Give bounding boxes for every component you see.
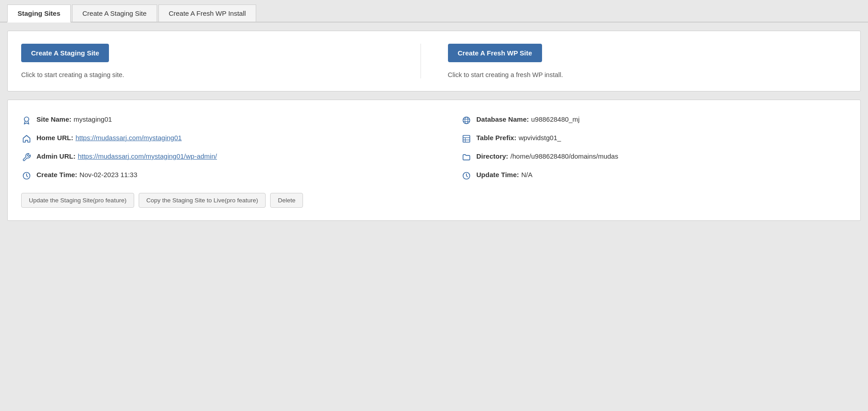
create-fresh-button[interactable]: Create A Fresh WP Site <box>448 44 542 62</box>
delete-button[interactable]: Delete <box>270 193 303 208</box>
site-name-icon <box>21 116 32 125</box>
svg-point-3 <box>465 117 468 124</box>
home-url-link[interactable]: https://mudassarj.com/mystaging01 <box>76 134 182 142</box>
table-prefix-icon <box>461 134 472 143</box>
admin-url-link[interactable]: https://mudassarj.com/mystaging01/wp-adm… <box>78 152 217 160</box>
db-name-value: u988628480_mj <box>531 115 580 123</box>
create-fresh-desc: Click to start creating a fresh WP insta… <box>448 71 847 78</box>
update-staging-button[interactable]: Update the Staging Site(pro feature) <box>21 193 134 208</box>
create-time-label: Create Time: <box>36 171 77 178</box>
table-prefix-row: Table Prefix: wpvividstg01_ <box>461 129 847 148</box>
svg-rect-6 <box>463 136 470 142</box>
table-prefix-label: Table Prefix: <box>476 134 516 142</box>
directory-icon <box>461 153 472 162</box>
tab-staging-sites[interactable]: Staging Sites <box>7 5 71 23</box>
admin-icon <box>21 153 32 162</box>
table-prefix-value: wpvividstg01_ <box>519 134 561 142</box>
update-time-value: N/A <box>521 171 533 178</box>
create-buttons-card: Create A Staging Site Click to start cre… <box>7 31 861 91</box>
create-time-icon <box>21 171 32 180</box>
site-name-label: Site Name: <box>36 115 72 123</box>
svg-point-0 <box>24 117 29 122</box>
update-time-label: Update Time: <box>476 171 519 178</box>
home-url-row: Home URL: https://mudassarj.com/mystagin… <box>21 129 434 148</box>
svg-point-2 <box>463 117 470 124</box>
db-name-label: Database Name: <box>476 115 529 123</box>
info-left-column: Site Name: mystaging01 Home URL: https:/… <box>21 111 434 208</box>
create-staging-desc: Click to start creating a staging site. <box>21 71 420 78</box>
update-time-row: Update Time: N/A <box>461 166 847 185</box>
info-right-column: Database Name: u988628480_mj Table Prefi <box>434 111 847 208</box>
directory-row: Directory: /home/u988628480/domains/muda… <box>461 148 847 166</box>
create-time-value: Nov-02-2023 11:33 <box>80 171 137 178</box>
main-content: Create A Staging Site Click to start cre… <box>0 23 868 229</box>
create-fresh-section: Create A Fresh WP Site Click to start cr… <box>420 44 847 78</box>
site-name-row: Site Name: mystaging01 <box>21 111 434 129</box>
admin-url-label: Admin URL: <box>36 152 76 160</box>
admin-url-row: Admin URL: https://mudassarj.com/mystagi… <box>21 148 434 166</box>
action-buttons: Update the Staging Site(pro feature) Cop… <box>21 193 434 208</box>
tab-create-fresh[interactable]: Create A Fresh WP Install <box>158 5 256 22</box>
info-grid: Site Name: mystaging01 Home URL: https:/… <box>21 111 847 208</box>
update-time-icon <box>461 171 472 180</box>
home-url-label: Home URL: <box>36 134 73 142</box>
tab-create-staging[interactable]: Create A Staging Site <box>72 5 157 22</box>
top-card-sections: Create A Staging Site Click to start cre… <box>21 44 847 78</box>
home-icon <box>21 134 32 143</box>
directory-label: Directory: <box>476 152 508 160</box>
copy-to-live-button[interactable]: Copy the Staging Site to Live(pro featur… <box>139 193 266 208</box>
db-icon <box>461 116 472 125</box>
site-name-value: mystaging01 <box>74 115 112 123</box>
create-staging-section: Create A Staging Site Click to start cre… <box>21 44 420 78</box>
create-staging-button[interactable]: Create A Staging Site <box>21 44 109 62</box>
create-time-row: Create Time: Nov-02-2023 11:33 <box>21 166 434 185</box>
tabs-bar: Staging Sites Create A Staging Site Crea… <box>0 0 868 23</box>
staging-info-card: Site Name: mystaging01 Home URL: https:/… <box>7 100 861 221</box>
directory-value: /home/u988628480/domains/mudas <box>511 152 618 160</box>
db-name-row: Database Name: u988628480_mj <box>461 111 847 129</box>
